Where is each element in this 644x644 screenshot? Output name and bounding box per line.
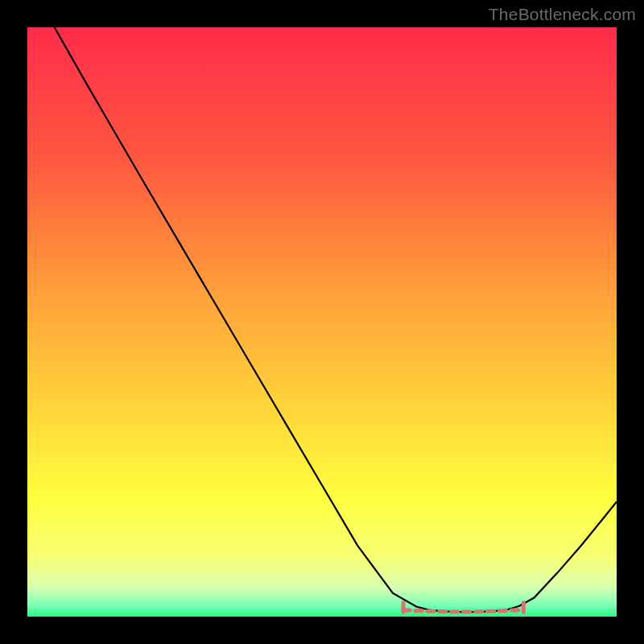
watermark-text: TheBottleneck.com [489, 5, 636, 24]
chart-svg [27, 27, 617, 617]
chart-plot-area [27, 27, 617, 617]
chart-gradient-bg [27, 27, 617, 617]
